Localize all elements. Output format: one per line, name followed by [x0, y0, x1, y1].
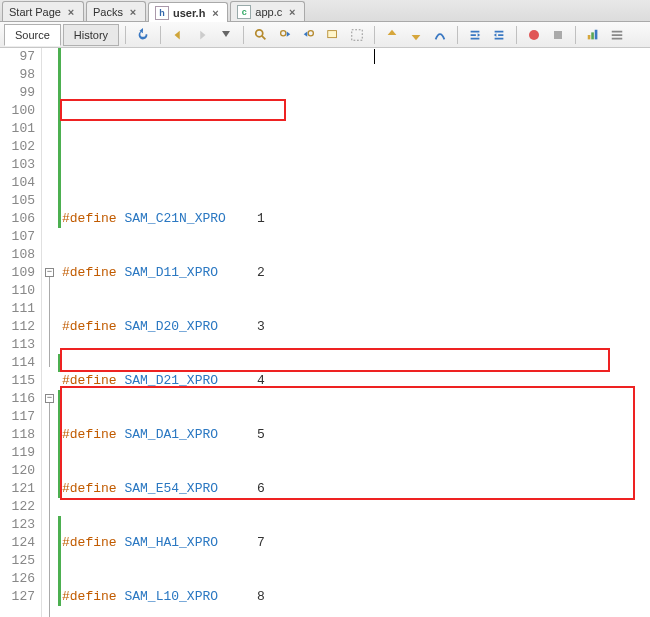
code-line: #define SAM_D20_XPRO 3 — [58, 318, 650, 336]
separator — [516, 26, 517, 44]
separator — [243, 26, 244, 44]
file-icon: h — [155, 6, 169, 20]
tab-user-h[interactable]: h user.h × — [148, 2, 228, 22]
close-icon[interactable]: × — [209, 7, 221, 19]
build-icon[interactable] — [429, 24, 451, 46]
change-marker — [58, 48, 61, 228]
close-icon[interactable]: × — [127, 6, 139, 18]
tab-label: Packs — [93, 6, 123, 18]
code-line: #define SAM_D11_XPRO 2 — [58, 264, 650, 282]
tab-label: app.c — [255, 6, 282, 18]
editor-toolbar: Source History — [0, 22, 650, 48]
view-tab-history[interactable]: History — [63, 24, 119, 46]
tab-packs[interactable]: Packs × — [86, 1, 146, 21]
annotation-highlight — [60, 99, 286, 121]
indent-right-icon[interactable] — [488, 24, 510, 46]
view-label: History — [74, 29, 108, 41]
find-prev-icon[interactable] — [274, 24, 296, 46]
fold-column[interactable]: −− — [42, 48, 58, 617]
svg-rect-8 — [591, 32, 594, 39]
separator — [374, 26, 375, 44]
tab-label: user.h — [173, 7, 205, 19]
line-number-gutter: 9798991001011021031041051061071081091101… — [0, 48, 42, 617]
tab-label: Start Page — [9, 6, 61, 18]
svg-rect-4 — [352, 29, 363, 40]
separator — [457, 26, 458, 44]
close-icon[interactable]: × — [65, 6, 77, 18]
svg-rect-3 — [328, 30, 337, 37]
stats-icon[interactable] — [582, 24, 604, 46]
annotation-highlight — [60, 348, 610, 372]
svg-rect-6 — [554, 31, 562, 39]
change-marker — [58, 516, 61, 606]
svg-rect-7 — [588, 35, 591, 39]
refresh-icon[interactable] — [132, 24, 154, 46]
separator — [575, 26, 576, 44]
shift-down-icon[interactable] — [405, 24, 427, 46]
separator — [160, 26, 161, 44]
code-editor[interactable]: 9798991001011021031041051061071081091101… — [0, 48, 650, 617]
find-next-icon[interactable] — [298, 24, 320, 46]
code-line: #define SAM_E54_XPRO 6 — [58, 480, 650, 498]
view-tab-source[interactable]: Source — [4, 24, 61, 46]
text-cursor — [374, 49, 375, 64]
highlight-icon[interactable] — [322, 24, 344, 46]
svg-point-1 — [281, 30, 286, 35]
code-line: #define SAM_HA1_XPRO 7 — [58, 534, 650, 552]
record-icon[interactable] — [523, 24, 545, 46]
file-icon: c — [237, 5, 251, 19]
stop-icon[interactable] — [547, 24, 569, 46]
tab-app-c[interactable]: c app.c × — [230, 1, 305, 21]
settings-icon[interactable] — [606, 24, 628, 46]
forward-icon[interactable] — [191, 24, 213, 46]
svg-point-2 — [308, 30, 313, 35]
back-icon[interactable] — [167, 24, 189, 46]
svg-point-5 — [529, 30, 539, 40]
change-marker — [58, 390, 61, 498]
code-line: #define SAM_D21_XPRO 4 — [58, 372, 650, 390]
fold-toggle-icon[interactable]: − — [45, 268, 54, 277]
tab-start-page[interactable]: Start Page × — [2, 1, 84, 21]
fold-toggle-icon[interactable]: − — [45, 394, 54, 403]
change-marker — [58, 354, 61, 372]
file-tab-bar: Start Page × Packs × h user.h × c app.c … — [0, 0, 650, 22]
svg-point-0 — [256, 29, 263, 36]
code-line: #define SAM_C21N_XPRO 1 — [58, 210, 650, 228]
shift-up-icon[interactable] — [381, 24, 403, 46]
down-icon[interactable] — [215, 24, 237, 46]
find-icon[interactable] — [250, 24, 272, 46]
separator — [125, 26, 126, 44]
indent-left-icon[interactable] — [464, 24, 486, 46]
svg-rect-9 — [595, 29, 598, 39]
code-area[interactable]: #define SAM_C21N_XPRO 1 #define SAM_D11_… — [58, 48, 650, 617]
view-label: Source — [15, 29, 50, 41]
close-icon[interactable]: × — [286, 6, 298, 18]
toggle-icon[interactable] — [346, 24, 368, 46]
code-line: #define SAM_DA1_XPRO 5 — [58, 426, 650, 444]
code-line: #define SAM_L10_XPRO 8 — [58, 588, 650, 606]
